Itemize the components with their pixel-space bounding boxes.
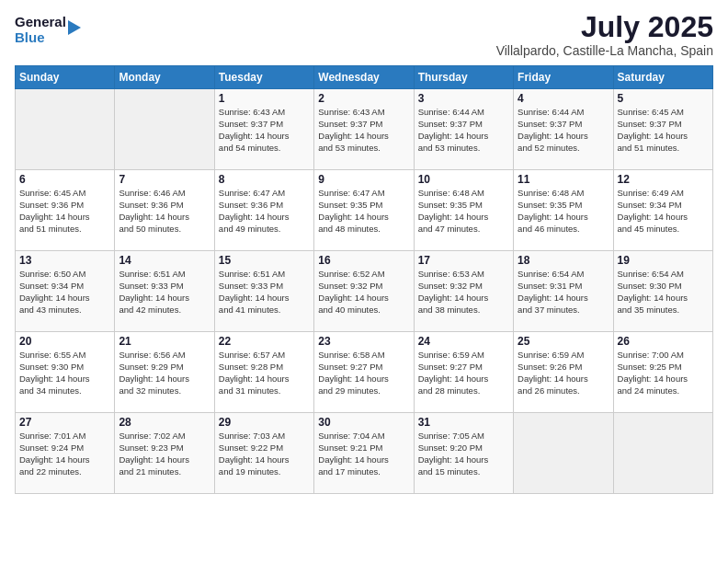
svg-marker-0 [68,20,81,35]
calendar-cell: 14Sunrise: 6:51 AM Sunset: 9:33 PM Dayli… [115,251,214,332]
calendar-cell: 5Sunrise: 6:45 AM Sunset: 9:37 PM Daylig… [613,89,712,170]
day-info: Sunrise: 6:47 AM Sunset: 9:36 PM Dayligh… [219,188,310,235]
col-tuesday: Tuesday [214,66,313,89]
day-number: 26 [618,335,709,348]
logo: General Blue [15,15,81,45]
day-number: 17 [418,254,509,267]
location: Villalpardo, Castille-La Mancha, Spain [496,43,713,58]
day-info: Sunrise: 7:04 AM Sunset: 9:21 PM Dayligh… [318,431,409,477]
calendar-cell: 4Sunrise: 6:44 AM Sunset: 9:37 PM Daylig… [514,89,613,170]
day-number: 30 [318,416,409,429]
calendar-cell: 11Sunrise: 6:48 AM Sunset: 9:35 PM Dayli… [514,170,613,251]
day-info: Sunrise: 6:51 AM Sunset: 9:33 PM Dayligh… [119,269,210,316]
day-info: Sunrise: 6:59 AM Sunset: 9:26 PM Dayligh… [518,350,609,396]
day-number: 3 [418,92,509,105]
calendar-cell: 25Sunrise: 6:59 AM Sunset: 9:26 PM Dayli… [514,332,613,413]
calendar-cell: 8Sunrise: 6:47 AM Sunset: 9:36 PM Daylig… [214,170,313,251]
day-info: Sunrise: 6:45 AM Sunset: 9:36 PM Dayligh… [19,188,110,235]
calendar-cell: 2Sunrise: 6:43 AM Sunset: 9:37 PM Daylig… [314,89,414,170]
week-row-4: 27Sunrise: 7:01 AM Sunset: 9:24 PM Dayli… [16,413,713,494]
col-wednesday: Wednesday [314,66,414,89]
day-number: 7 [119,173,210,186]
day-info: Sunrise: 6:48 AM Sunset: 9:35 PM Dayligh… [418,188,509,235]
day-info: Sunrise: 6:44 AM Sunset: 9:37 PM Dayligh… [518,107,609,154]
day-info: Sunrise: 6:55 AM Sunset: 9:30 PM Dayligh… [19,350,110,396]
calendar-cell: 18Sunrise: 6:54 AM Sunset: 9:31 PM Dayli… [514,251,613,332]
col-saturday: Saturday [613,66,712,89]
logo-blue: Blue [15,30,66,46]
day-number: 1 [219,92,310,105]
calendar-cell: 13Sunrise: 6:50 AM Sunset: 9:34 PM Dayli… [16,251,115,332]
col-thursday: Thursday [414,66,513,89]
calendar-cell: 19Sunrise: 6:54 AM Sunset: 9:30 PM Dayli… [613,251,712,332]
day-info: Sunrise: 6:51 AM Sunset: 9:33 PM Dayligh… [219,269,310,316]
day-number: 8 [219,173,310,186]
calendar-cell: 28Sunrise: 7:02 AM Sunset: 9:23 PM Dayli… [115,413,214,494]
day-info: Sunrise: 6:54 AM Sunset: 9:31 PM Dayligh… [518,269,609,316]
day-info: Sunrise: 6:59 AM Sunset: 9:27 PM Dayligh… [418,350,509,396]
page: General Blue July 2025 Villalpardo, Cast… [0,0,728,563]
calendar-cell [16,89,115,170]
calendar-cell: 15Sunrise: 6:51 AM Sunset: 9:33 PM Dayli… [214,251,313,332]
calendar-cell: 21Sunrise: 6:56 AM Sunset: 9:29 PM Dayli… [115,332,214,413]
day-info: Sunrise: 6:52 AM Sunset: 9:32 PM Dayligh… [318,269,409,316]
day-number: 13 [19,254,110,267]
day-number: 4 [518,92,609,105]
day-number: 31 [418,416,509,429]
calendar-cell [115,89,214,170]
day-info: Sunrise: 7:00 AM Sunset: 9:25 PM Dayligh… [618,350,709,396]
col-monday: Monday [115,66,214,89]
day-info: Sunrise: 6:45 AM Sunset: 9:37 PM Dayligh… [618,107,709,154]
week-row-1: 6Sunrise: 6:45 AM Sunset: 9:36 PM Daylig… [16,170,713,251]
header: General Blue July 2025 Villalpardo, Cast… [15,11,713,58]
day-number: 19 [618,254,709,267]
calendar-cell: 10Sunrise: 6:48 AM Sunset: 9:35 PM Dayli… [414,170,513,251]
calendar-cell: 17Sunrise: 6:53 AM Sunset: 9:32 PM Dayli… [414,251,513,332]
day-number: 22 [219,335,310,348]
day-number: 18 [518,254,609,267]
day-info: Sunrise: 7:03 AM Sunset: 9:22 PM Dayligh… [219,431,310,477]
day-info: Sunrise: 6:47 AM Sunset: 9:35 PM Dayligh… [318,188,409,235]
calendar-cell: 24Sunrise: 6:59 AM Sunset: 9:27 PM Dayli… [414,332,513,413]
day-info: Sunrise: 6:43 AM Sunset: 9:37 PM Dayligh… [219,107,310,154]
day-number: 12 [618,173,709,186]
day-info: Sunrise: 7:02 AM Sunset: 9:23 PM Dayligh… [119,431,210,477]
calendar-cell: 1Sunrise: 6:43 AM Sunset: 9:37 PM Daylig… [214,89,313,170]
day-number: 2 [318,92,409,105]
calendar-cell: 7Sunrise: 6:46 AM Sunset: 9:36 PM Daylig… [115,170,214,251]
day-number: 28 [119,416,210,429]
day-number: 14 [119,254,210,267]
col-sunday: Sunday [16,66,115,89]
day-info: Sunrise: 6:44 AM Sunset: 9:37 PM Dayligh… [418,107,509,154]
calendar-cell [613,413,712,494]
calendar-cell: 26Sunrise: 7:00 AM Sunset: 9:25 PM Dayli… [613,332,712,413]
day-info: Sunrise: 6:48 AM Sunset: 9:35 PM Dayligh… [518,188,609,235]
day-number: 27 [19,416,110,429]
calendar-cell: 3Sunrise: 6:44 AM Sunset: 9:37 PM Daylig… [414,89,513,170]
calendar-cell: 20Sunrise: 6:55 AM Sunset: 9:30 PM Dayli… [16,332,115,413]
day-number: 16 [318,254,409,267]
calendar-cell: 30Sunrise: 7:04 AM Sunset: 9:21 PM Dayli… [314,413,414,494]
col-friday: Friday [514,66,613,89]
day-number: 9 [318,173,409,186]
day-info: Sunrise: 6:54 AM Sunset: 9:30 PM Dayligh… [618,269,709,316]
calendar-cell: 12Sunrise: 6:49 AM Sunset: 9:34 PM Dayli… [613,170,712,251]
title-block: July 2025 Villalpardo, Castille-La Manch… [496,11,713,58]
day-number: 20 [19,335,110,348]
day-info: Sunrise: 6:58 AM Sunset: 9:27 PM Dayligh… [318,350,409,396]
day-info: Sunrise: 6:56 AM Sunset: 9:29 PM Dayligh… [119,350,210,396]
calendar-cell: 22Sunrise: 6:57 AM Sunset: 9:28 PM Dayli… [214,332,313,413]
calendar-cell [514,413,613,494]
day-number: 15 [219,254,310,267]
day-number: 24 [418,335,509,348]
calendar-cell: 9Sunrise: 6:47 AM Sunset: 9:35 PM Daylig… [314,170,414,251]
calendar-table: Sunday Monday Tuesday Wednesday Thursday… [15,65,713,494]
calendar-cell: 31Sunrise: 7:05 AM Sunset: 9:20 PM Dayli… [414,413,513,494]
day-info: Sunrise: 7:01 AM Sunset: 9:24 PM Dayligh… [19,431,110,477]
calendar-cell: 16Sunrise: 6:52 AM Sunset: 9:32 PM Dayli… [314,251,414,332]
week-row-0: 1Sunrise: 6:43 AM Sunset: 9:37 PM Daylig… [16,89,713,170]
calendar-cell: 27Sunrise: 7:01 AM Sunset: 9:24 PM Dayli… [16,413,115,494]
calendar-cell: 23Sunrise: 6:58 AM Sunset: 9:27 PM Dayli… [314,332,414,413]
day-info: Sunrise: 6:57 AM Sunset: 9:28 PM Dayligh… [219,350,310,396]
logo-icon [68,20,81,39]
